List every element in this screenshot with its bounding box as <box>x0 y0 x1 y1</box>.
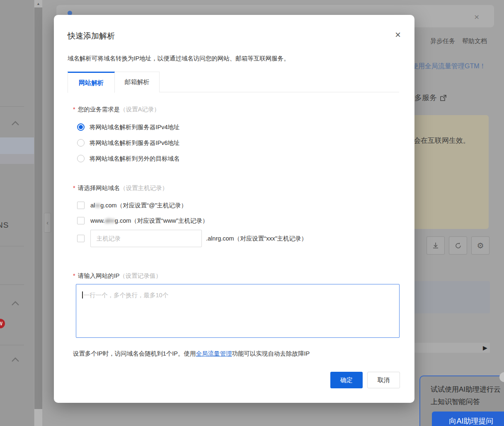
gtm-feature-link[interactable]: 全局流量管理 <box>196 350 232 357</box>
sidebar-selected-item[interactable] <box>0 137 34 154</box>
checkbox-custom-host-row: .alnrg.com（对应设置“xxx”主机记录） <box>77 230 307 247</box>
download-icon <box>432 242 439 249</box>
radio-icon <box>77 155 85 162</box>
chevron-up-icon[interactable] <box>11 121 19 126</box>
tab-website-resolution[interactable]: 网站解析 <box>68 72 115 93</box>
header-links: 异步任务 帮助文档 <box>430 37 487 45</box>
background-panel <box>412 281 490 313</box>
cancel-button[interactable]: 取消 <box>367 372 400 388</box>
scroll-up-arrow-icon[interactable]: ▲ <box>34 0 42 7</box>
sidebar-item[interactable] <box>0 154 34 164</box>
checkbox-root-domain[interactable]: alnrg.com（对应设置“@”主机记录） <box>77 201 187 210</box>
refresh-icon <box>455 242 462 249</box>
sidebar-divider <box>0 284 24 285</box>
radio-cname[interactable]: 将网站域名解析到另外的目标域名 <box>77 154 180 163</box>
radio-ipv6[interactable]: 将网站域名解析到服务器IPv6地址 <box>77 138 180 147</box>
domain-select-label: *请选择网站域名（设置主机记录） <box>73 184 168 192</box>
checkbox-icon[interactable] <box>77 235 85 242</box>
custom-host-suffix: .alnrg.com（对应设置“xxx”主机记录） <box>206 235 307 243</box>
screen: NS W ▲ ‹ × 异步任务 帮助文档 使用全局流量管理GTM！ 多服务 会在… <box>0 0 504 426</box>
radio-selected-icon <box>77 123 85 131</box>
more-services-link[interactable]: 多服务 <box>414 93 447 103</box>
ai-popup-text-line1: 试试使用AI助理进行云 <box>431 385 501 394</box>
banner-close-icon[interactable]: × <box>474 12 479 21</box>
sidebar-divider <box>0 246 24 246</box>
ai-popup-text-line2: 上知识智能问答 <box>431 397 480 407</box>
ip-input-label: *请输入网站的IP（设置记录值） <box>73 272 162 280</box>
horizontal-scroll-strip <box>412 343 490 353</box>
business-need-label: *您的业务需求是（设置A记录） <box>73 106 160 113</box>
radio-icon <box>77 139 85 147</box>
vertical-scrollbar-track-lower[interactable] <box>34 409 42 426</box>
external-link-icon <box>440 94 447 101</box>
checkbox-icon <box>77 217 85 224</box>
required-mark: * <box>73 272 75 279</box>
censored-text: nr <box>95 202 100 209</box>
dialog-description: 域名解析可将域名转换为IP地址，以便通过域名访问您的网站、邮箱等互联网服务。 <box>68 55 290 63</box>
dialog-close-icon[interactable]: × <box>395 30 401 40</box>
ip-textarea[interactable]: 一行一个，多个换行，最多10个 <box>76 284 400 338</box>
scroll-right-arrow-icon[interactable]: ▶ <box>483 344 487 352</box>
tab-mailbox-resolution[interactable]: 邮箱解析 <box>115 72 160 92</box>
sidebar-collapse-handle[interactable]: ‹ <box>44 213 51 233</box>
quick-add-dns-dialog: 快速添加解析 × 域名解析可将域名转换为IP地址，以便通过域名访问您的网站、邮箱… <box>54 15 414 403</box>
effect-notice-text: 会在互联网生效。 <box>414 136 470 145</box>
ask-ai-button[interactable]: 向AI助理提问 <box>432 412 504 426</box>
sidebar-divider <box>0 345 24 345</box>
refresh-button[interactable] <box>449 236 467 255</box>
vertical-scrollbar-thumb[interactable] <box>34 7 42 409</box>
host-record-input[interactable] <box>90 230 202 247</box>
effect-notice-panel <box>412 115 489 229</box>
download-button[interactable] <box>426 236 445 255</box>
async-tasks-link[interactable]: 异步任务 <box>430 37 455 45</box>
chevron-up-icon[interactable] <box>11 357 19 362</box>
help-docs-link[interactable]: 帮助文档 <box>462 37 487 45</box>
sidebar-divider <box>0 106 24 107</box>
sidebar-clipped-text: NS <box>0 221 9 230</box>
required-mark: * <box>73 185 75 191</box>
chevron-left-icon: ‹ <box>46 219 48 226</box>
text-cursor <box>82 291 83 298</box>
dialog-title: 快速添加解析 <box>68 31 115 41</box>
checkbox-icon <box>77 202 85 209</box>
settings-button[interactable]: ⚙ <box>471 236 489 255</box>
ip-placeholder: 一行一个，多个换行，最多10个 <box>84 292 169 298</box>
ai-assistant-popup: 试试使用AI助理进行云 上知识智能问答 向AI助理提问 <box>419 375 504 426</box>
multi-ip-note: 设置多个IP时，访问域名会随机到1个IP。使用全局流量管理功能可以实现自动去除故… <box>73 350 310 358</box>
dialog-tabs: 网站解析 邮箱解析 <box>68 72 399 92</box>
checkbox-www-domain[interactable]: www.alnrg.com（对应设置“www”主机记录） <box>77 216 208 225</box>
confirm-button[interactable]: 确定 <box>330 372 363 388</box>
gear-icon: ⚙ <box>477 241 484 250</box>
chevron-up-icon[interactable] <box>11 301 19 306</box>
gtm-promo-link[interactable]: 使用全局流量管理GTM！ <box>412 62 486 71</box>
censored-text: alnr <box>105 217 115 224</box>
radio-ipv4[interactable]: 将网站域名解析到服务器IPv4地址 <box>77 123 180 132</box>
required-mark: * <box>73 106 75 113</box>
